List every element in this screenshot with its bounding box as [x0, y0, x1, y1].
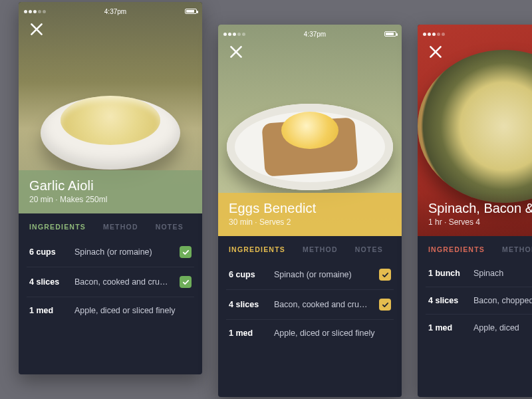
status-bar: 4:37pm — [19, 5, 202, 18]
signal-dots-icon — [24, 10, 46, 13]
phone-card-aioli: 4:37pm Garlic Aioli 20 min · Makes 250ml… — [19, 2, 202, 374]
ingredient-name: Bacon, cooked and crumbled — [274, 300, 372, 309]
recipe-meta: 30 min · Serves 2 — [229, 217, 391, 227]
close-icon — [28, 21, 45, 38]
recipe-title-bar: Spinach, Bacon & … 1 hr · Serves 4 — [418, 193, 532, 236]
check-icon — [382, 271, 389, 279]
ingredient-qty: 6 cups — [29, 247, 68, 257]
close-button[interactable] — [427, 43, 444, 61]
recipe-name: Eggs Benedict — [229, 201, 391, 216]
status-time: 4:37pm — [304, 31, 326, 38]
ingredient-list: 6 cups Spinach (or romaine) 4 slices Bac… — [19, 237, 202, 324]
ingredient-qty: 1 bunch — [428, 269, 467, 278]
tab-ingredients[interactable]: INGREDIENTS — [229, 245, 285, 253]
ingredient-qty: 1 med — [229, 329, 267, 338]
ingredient-row[interactable]: 6 cups Spinach (or romaine) — [27, 237, 194, 267]
ingredient-qty: 6 cups — [229, 270, 267, 279]
ingredient-check[interactable] — [180, 246, 192, 258]
ingredient-list: 1 bunch Spinach 4 slices Bacon, chopped … — [418, 260, 532, 341]
close-icon — [427, 43, 444, 61]
ingredient-name: Apple, diced — [473, 323, 532, 332]
recipe-name: Spinach, Bacon & … — [428, 201, 532, 216]
ingredient-row[interactable]: 4 slices Bacon, chopped — [426, 287, 532, 314]
ingredient-name: Apple, diced or sliced finely — [74, 306, 192, 315]
tab-method[interactable]: METHOD — [502, 245, 532, 253]
recipe-hero: Garlic Aioli 20 min · Makes 250ml — [19, 2, 202, 213]
ingredient-list: 6 cups Spinach (or romaine) 4 slices Bac… — [218, 260, 402, 346]
recipe-tabs: INGREDIENTS METHOD NOTES — [218, 236, 402, 260]
ingredient-name: Apple, diced or sliced finely — [274, 329, 391, 338]
ingredient-qty: 1 med — [428, 323, 467, 332]
phone-row: 4:37pm Garlic Aioli 20 min · Makes 250ml… — [0, 2, 532, 397]
recipe-meta: 20 min · Makes 250ml — [29, 195, 192, 204]
status-bar: 4:37pm — [418, 27, 532, 41]
ingredient-name: Spinach — [473, 269, 532, 278]
tab-notes[interactable]: NOTES — [355, 245, 383, 253]
ingredient-row[interactable]: 6 cups Spinach (or romaine) — [226, 260, 394, 289]
ingredient-row[interactable]: 1 med Apple, diced or sliced finely — [226, 319, 394, 346]
battery-icon — [384, 31, 396, 37]
ingredient-row[interactable]: 1 med Apple, diced — [426, 314, 532, 341]
check-icon — [182, 249, 190, 256]
ingredient-check[interactable] — [180, 276, 192, 288]
check-icon — [382, 301, 389, 309]
close-button[interactable] — [227, 43, 245, 61]
check-icon — [182, 279, 190, 286]
ingredient-name: Bacon, chopped — [473, 296, 532, 305]
phone-card-eggs: 4:37pm Eggs Benedict 30 min · Serves 2 I… — [218, 25, 402, 397]
battery-icon — [185, 9, 197, 14]
ingredient-name: Bacon, cooked and crumbled — [74, 277, 173, 287]
recipe-title-bar: Garlic Aioli 20 min · Makes 250ml — [19, 170, 202, 213]
ingredient-qty: 1 med — [29, 306, 68, 315]
ingredient-name: Spinach (or romaine) — [274, 270, 372, 279]
status-bar: 4:37pm — [218, 27, 402, 41]
close-button[interactable] — [28, 21, 45, 38]
ingredient-check[interactable] — [379, 269, 391, 281]
recipe-tabs: INGREDIENTS METHOD — [418, 236, 532, 260]
ingredient-check[interactable] — [379, 299, 391, 311]
recipe-meta: 1 hr · Serves 4 — [428, 217, 532, 227]
ingredient-qty: 4 slices — [229, 300, 267, 309]
close-icon — [227, 43, 245, 61]
ingredient-row[interactable]: 1 med Apple, diced or sliced finely — [27, 297, 194, 324]
phone-card-spinach: 4:37pm Spinach, Bacon & … 1 hr · Serves … — [418, 25, 532, 397]
ingredient-qty: 4 slices — [428, 296, 467, 305]
signal-dots-icon — [223, 33, 245, 36]
tab-method[interactable]: METHOD — [103, 223, 138, 231]
recipe-title-bar: Eggs Benedict 30 min · Serves 2 — [218, 193, 402, 236]
ingredient-row[interactable]: 1 bunch Spinach — [426, 260, 532, 287]
recipe-tabs: INGREDIENTS METHOD NOTES — [19, 213, 202, 237]
signal-dots-icon — [423, 33, 445, 36]
ingredient-qty: 4 slices — [29, 277, 68, 287]
recipe-hero: Eggs Benedict 30 min · Serves 2 — [218, 25, 402, 236]
recipe-hero: Spinach, Bacon & … 1 hr · Serves 4 — [418, 25, 532, 236]
tab-ingredients[interactable]: INGREDIENTS — [29, 223, 86, 231]
ingredient-name: Spinach (or romaine) — [74, 247, 173, 257]
recipe-name: Garlic Aioli — [29, 178, 192, 194]
tab-method[interactable]: METHOD — [303, 245, 338, 253]
status-time: 4:37pm — [104, 8, 126, 15]
tab-ingredients[interactable]: INGREDIENTS — [428, 245, 485, 253]
ingredient-row[interactable]: 4 slices Bacon, cooked and crumbled — [226, 289, 394, 319]
ingredient-row[interactable]: 4 slices Bacon, cooked and crumbled — [27, 267, 194, 297]
tab-notes[interactable]: NOTES — [156, 223, 184, 231]
